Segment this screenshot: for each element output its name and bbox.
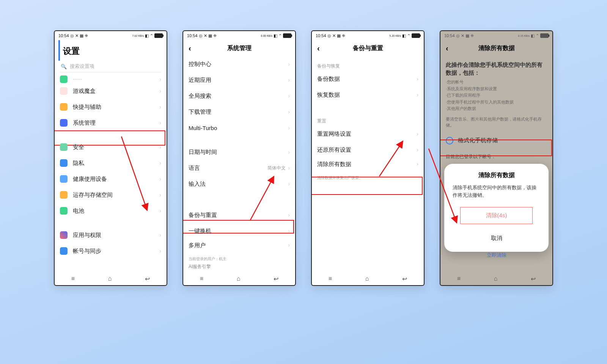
nav-bar: ≡ ⌂ ↩ (55, 272, 167, 285)
list-item-account[interactable]: 帐号与同步› (60, 243, 161, 259)
row-control-center[interactable]: 控制中心› (189, 56, 290, 72)
nav-home-icon[interactable]: ⌂ (494, 275, 498, 282)
search-input[interactable]: 🔍 搜索设置项 (60, 61, 161, 72)
row-date-time[interactable]: 日期与时间› (189, 144, 290, 160)
dialog-body: 清除手机系统空间中的所有数据，该操作将无法撤销。 (453, 184, 540, 199)
nav-menu-icon[interactable]: ≡ (200, 275, 203, 282)
back-icon[interactable]: ‹ (446, 44, 448, 53)
section-reset: 重置 (317, 103, 418, 126)
phone-4-erase-confirm: 10:54◎ ✕ ▦ ⁜ 0.15 KB/s◧ ⌃ ‹ 清除所有数据 此操作会清… (440, 30, 553, 286)
list-item-system[interactable]: 系统管理› (60, 115, 161, 131)
back-icon[interactable]: ‹ (317, 44, 320, 53)
row-multi-turbo[interactable]: Multi-Turbo› (189, 120, 290, 136)
section-backup-restore: 备份与恢复 (317, 56, 418, 71)
row-backup-data[interactable]: 备份数据› (317, 71, 418, 87)
list-item-security[interactable]: 安全› (60, 139, 161, 155)
title-bar: ‹ 系统管理 (189, 40, 290, 56)
row-language[interactable]: 语言简体中文› (189, 160, 290, 176)
nav-bar: ≡ ⌂ ↩ (440, 272, 552, 285)
row-clone-phone[interactable]: 一键换机› (189, 223, 290, 239)
phone-1-settings: 10:54◎ ✕ ▦ ⁜ 7.62 KB/s◧ ⌃ 设置 🔍 搜索设置项 ⋯⋯›… (54, 30, 167, 286)
status-bar: 10:54◎ ✕ ▦ ⁜ 7.62 KB/s◧ ⌃ (55, 31, 167, 40)
row-ime[interactable]: 输入法› (189, 176, 290, 192)
nav-home-icon[interactable]: ⌂ (365, 275, 369, 282)
warning-bullets: ·您的帐号 ·系统及应用程序数据和设置 ·已下载的应用程序 ·您使用手机过程中所… (446, 79, 547, 116)
row-reset-all[interactable]: 还原所有设置› (317, 142, 418, 158)
confirm-dialog: 清除所有数据 清除手机系统空间中的所有数据，该操作将无法撤销。 清除(4s) 取… (444, 164, 549, 252)
row-global-search[interactable]: 全局搜索› (189, 88, 290, 104)
row-backup-reset[interactable]: 备份与重置› (189, 207, 290, 223)
status-bar: 10:54◎ ✕ ▦ ⁜ 0.00 KB/s◧ ⌃ (183, 31, 295, 40)
list-item-privacy[interactable]: 隐私› (60, 155, 161, 171)
nav-home-icon[interactable]: ⌂ (108, 275, 112, 282)
row-erase-all[interactable]: 清除所有数据›清除数据并恢复出厂设置。 (317, 158, 418, 180)
warning-heading: 此操作会清除您手机系统空间中的所有数据，包括： (446, 56, 547, 79)
row-reset-network[interactable]: 重置网络设置› (317, 126, 418, 142)
nav-bar: ≡ ⌂ ↩ (183, 272, 295, 285)
format-note: 要清空音乐、图片和其他用户数据，请格式化手机存储。 (446, 116, 547, 132)
list-item-storage[interactable]: 运存与存储空间› (60, 187, 161, 203)
status-bar: 10:54◎ ✕ ▦ ⁜ 0.15 KB/s◧ ⌃ (440, 31, 552, 40)
title-bar: ‹ 备份与重置 (317, 40, 418, 56)
nav-back-icon[interactable]: ↩ (402, 275, 407, 282)
nav-menu-icon[interactable]: ≡ (457, 275, 461, 282)
nav-menu-icon[interactable]: ≡ (71, 275, 75, 282)
nav-back-icon[interactable]: ↩ (531, 275, 536, 282)
dialog-title: 清除所有数据 (453, 171, 540, 179)
format-storage-option[interactable]: 格式化手机存储 (446, 132, 547, 150)
row-recent-apps[interactable]: 近期应用› (189, 72, 290, 88)
logged-in-label: 目前您已登录以下帐号： (446, 150, 547, 164)
back-icon[interactable]: ‹ (189, 44, 191, 53)
immediate-clear-link[interactable]: 立即清除 (440, 252, 552, 259)
cancel-button[interactable]: 取消 (453, 230, 540, 246)
list-item-battery[interactable]: 电池› (60, 203, 161, 219)
nav-bar: ≡ ⌂ ↩ (312, 272, 424, 285)
status-bar: 10:54◎ ✕ ▦ ⁜ 5.20 KB/s◧ ⌃ (312, 31, 424, 40)
row-ai-service[interactable]: AI服务引擎 (189, 261, 290, 272)
radio-icon (446, 137, 453, 144)
nav-back-icon[interactable]: ↩ (145, 275, 150, 282)
page-title: 设置 (58, 40, 161, 61)
nav-back-icon[interactable]: ↩ (274, 275, 278, 282)
nav-home-icon[interactable]: ⌂ (237, 275, 241, 282)
clear-button[interactable]: 清除(4s) (460, 207, 533, 224)
list-item-game[interactable]: 游戏魔盒› (60, 83, 161, 99)
row-multi-user[interactable]: 多用户›当前登录的用户：机主 (189, 239, 290, 261)
list-item-health[interactable]: 健康使用设备› (60, 171, 161, 187)
list-item-apps[interactable]: 应用与权限› (60, 227, 161, 243)
title-bar: ‹ 清除所有数据 (446, 40, 547, 56)
list-item-partial[interactable]: ⋯⋯› (60, 75, 161, 83)
phone-2-system-management: 10:54◎ ✕ ▦ ⁜ 0.00 KB/s◧ ⌃ ‹ 系统管理 控制中心› 近… (182, 30, 296, 286)
row-download-mgr[interactable]: 下载管理› (189, 104, 290, 120)
search-icon: 🔍 (61, 64, 67, 69)
list-item-shortcut[interactable]: 快捷与辅助› (60, 99, 161, 115)
phone-3-backup-reset: 10:54◎ ✕ ▦ ⁜ 5.20 KB/s◧ ⌃ ‹ 备份与重置 备份与恢复 … (311, 30, 425, 286)
row-restore-data[interactable]: 恢复数据› (317, 87, 418, 103)
nav-menu-icon[interactable]: ≡ (329, 275, 332, 282)
